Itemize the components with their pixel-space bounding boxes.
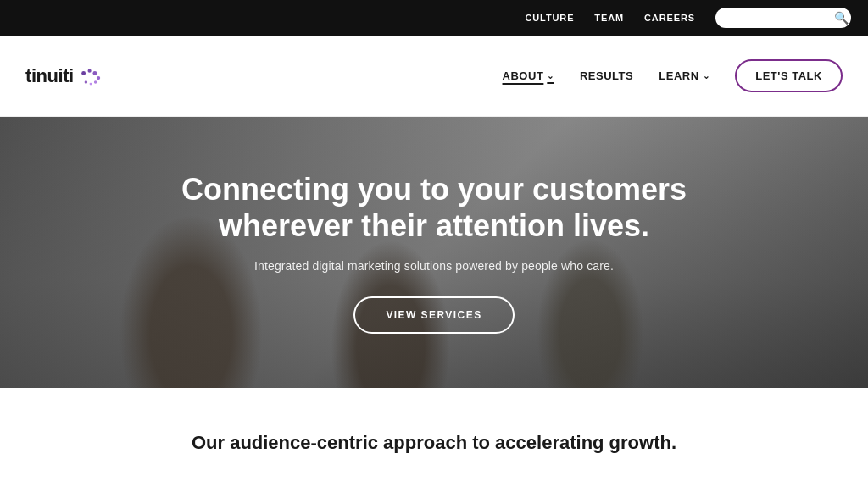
svg-point-4 — [94, 80, 97, 84]
svg-point-6 — [84, 80, 87, 84]
search-icon[interactable]: 🔍 — [834, 11, 849, 25]
svg-point-5 — [89, 82, 92, 85]
hero-title: Connecting you to your customers whereve… — [163, 171, 705, 244]
nav-results-link[interactable]: RESULTS — [580, 69, 633, 82]
nav-about-link[interactable]: ABOUT ⌄ — [503, 69, 554, 82]
search-bar[interactable]: 🔍 — [715, 8, 851, 28]
logo-text: tinuiti — [25, 65, 74, 87]
svg-point-3 — [97, 76, 100, 80]
hero-section: Connecting you to your customers whereve… — [0, 117, 868, 388]
svg-point-0 — [81, 71, 86, 75]
main-nav: tinuiti ABOUT ⌄ RESULTS LEARN ⌄ LET'S TA… — [0, 36, 868, 117]
top-bar: CULTURE TEAM CAREERS 🔍 — [0, 0, 868, 36]
svg-point-2 — [92, 71, 97, 75]
lets-talk-button[interactable]: LET'S TALK — [735, 59, 843, 92]
nav-learn-link[interactable]: LEARN ⌄ — [659, 69, 709, 82]
bottom-section: Our audience-centric approach to acceler… — [0, 388, 868, 498]
top-bar-careers-link[interactable]: CAREERS — [644, 13, 695, 23]
top-bar-culture-link[interactable]: CULTURE — [525, 13, 574, 23]
svg-point-1 — [87, 69, 91, 72]
view-services-button[interactable]: VIEW SERVICES — [353, 296, 514, 334]
learn-chevron-icon: ⌄ — [703, 71, 710, 80]
hero-subtitle: Integrated digital marketing solutions p… — [163, 259, 705, 273]
about-chevron-icon: ⌄ — [547, 71, 554, 80]
logo-icon — [79, 67, 103, 86]
hero-content: Connecting you to your customers whereve… — [146, 171, 722, 334]
top-bar-team-link[interactable]: TEAM — [594, 13, 624, 23]
bottom-title: Our audience-centric approach to acceler… — [192, 431, 676, 456]
nav-links: ABOUT ⌄ RESULTS LEARN ⌄ LET'S TALK — [503, 59, 843, 92]
logo[interactable]: tinuiti — [25, 65, 103, 87]
search-input[interactable] — [724, 12, 834, 24]
